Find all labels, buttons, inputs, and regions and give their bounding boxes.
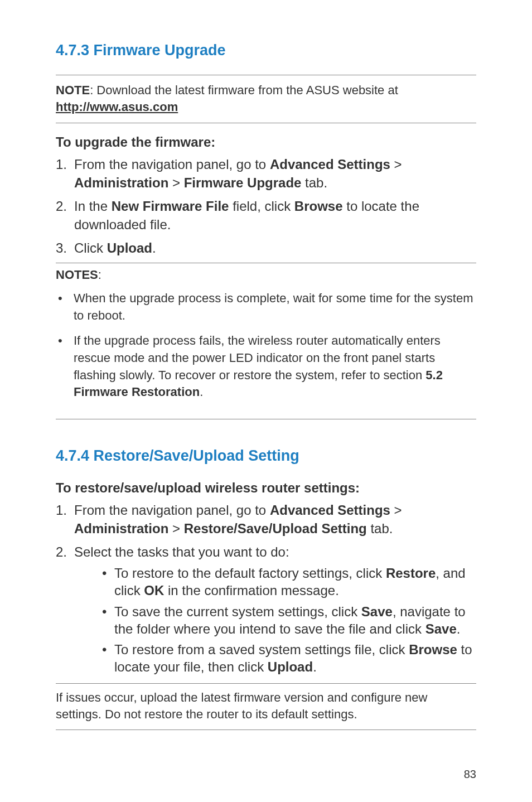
notes-label: NOTES [56, 268, 98, 282]
step-text: > [168, 175, 183, 190]
note-text: If the upgrade process fails, the wirele… [74, 334, 441, 382]
section-restore-save-upload: 4.7.4 Restore/Save/Upload Setting To res… [56, 447, 476, 730]
step-text: > [390, 503, 402, 518]
subitem-bold: Restore [386, 566, 436, 581]
section-heading-restore: 4.7.4 Restore/Save/Upload Setting [56, 447, 476, 465]
step-bold: Restore/Save/Upload Setting [184, 521, 367, 536]
subitem-bold: Browse [409, 642, 457, 657]
sub-task-item: To restore to the default factory settin… [102, 564, 476, 599]
notes-header: NOTES: [56, 263, 476, 282]
sub-task-item: To save the current system settings, cli… [102, 603, 476, 637]
step-text: From the navigation panel, go to [74, 157, 270, 172]
note-text: : Download the latest firmware from the … [90, 83, 398, 97]
step-bold: Firmware Upgrade [184, 175, 302, 190]
step-text: tab. [367, 521, 393, 536]
subitem-bold: Upload [268, 659, 313, 674]
note-box-download: NOTE: Download the latest firmware from … [56, 75, 476, 123]
note-prefix: NOTE [56, 83, 90, 97]
note-item: If the upgrade process fails, the wirele… [74, 332, 476, 401]
subitem-text: To save the current system settings, cli… [114, 604, 361, 619]
subheading-restore: To restore/save/upload wireless router s… [56, 480, 476, 496]
subitem-text: To restore to the default factory settin… [114, 566, 386, 581]
step-bold: Upload [107, 240, 152, 255]
subitem-text: To restore from a saved system settings … [114, 642, 409, 657]
step-item: Select the tasks that you want to do: To… [56, 543, 476, 676]
step-text: > [390, 157, 402, 172]
step-text: . [152, 240, 156, 255]
step-text: From the navigation panel, go to [74, 503, 270, 518]
step-item: In the New Firmware File field, click Br… [56, 197, 476, 234]
step-text: field, click [229, 199, 294, 214]
sub-task-item: To restore from a saved system settings … [102, 641, 476, 675]
subitem-bold: Save [361, 604, 393, 619]
step-text: > [168, 521, 183, 536]
step-bold: Browse [294, 199, 343, 214]
steps-list-firmware: From the navigation panel, go to Advance… [56, 156, 476, 257]
subheading-upgrade-firmware: To upgrade the firmware: [56, 134, 476, 150]
subitem-bold: Save [425, 621, 457, 636]
note-text: When the upgrade process is complete, wa… [74, 291, 473, 322]
footer-note: If issues occur, upload the latest firmw… [56, 683, 476, 729]
notes-container: When the upgrade process is complete, wa… [56, 290, 476, 419]
step-bold: Advanced Settings [270, 157, 390, 172]
step-bold: New Firmware File [112, 199, 229, 214]
step-bold: Administration [74, 521, 168, 536]
sub-tasks-list: To restore to the default factory settin… [74, 564, 476, 675]
note-link: http://www.asus.com [56, 100, 178, 114]
step-bold: Administration [74, 175, 168, 190]
steps-list-restore: From the navigation panel, go to Advance… [56, 501, 476, 675]
subitem-text: in the confirmation message. [164, 583, 339, 598]
step-text: Select the tasks that you want to do: [74, 544, 289, 559]
notes-colon: : [98, 268, 101, 282]
step-text: In the [74, 199, 112, 214]
page-number: 83 [464, 768, 476, 781]
step-bold: Advanced Settings [270, 503, 390, 518]
subitem-text: . [313, 659, 317, 674]
subitem-text: . [457, 621, 461, 636]
step-text: tab. [301, 175, 327, 190]
step-item: From the navigation panel, go to Advance… [56, 156, 476, 192]
step-item: Click Upload. [56, 239, 476, 257]
step-text: Click [74, 240, 107, 255]
note-item: When the upgrade process is complete, wa… [74, 290, 476, 325]
section-heading-firmware-upgrade: 4.7.3 Firmware Upgrade [56, 42, 476, 59]
note-text: . [200, 385, 203, 399]
subitem-bold: OK [144, 583, 164, 598]
notes-list: When the upgrade process is complete, wa… [56, 290, 476, 401]
step-item: From the navigation panel, go to Advance… [56, 501, 476, 538]
